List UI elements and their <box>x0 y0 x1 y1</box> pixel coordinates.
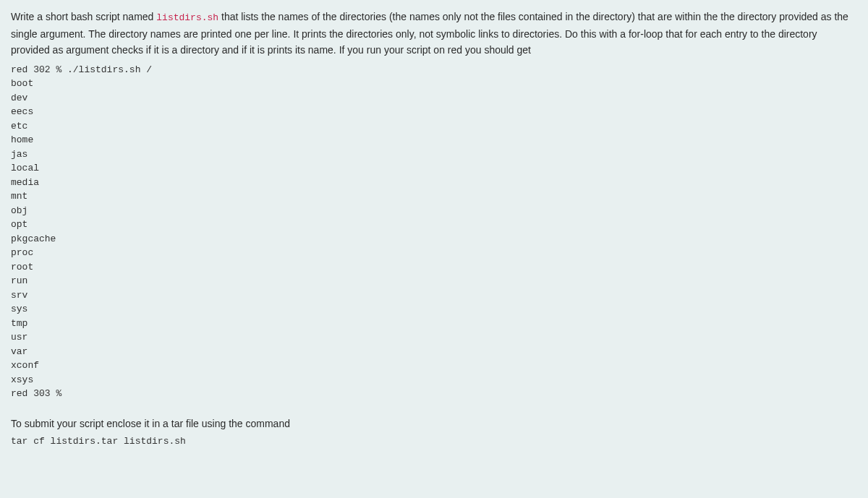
tar-command: tar cf listdirs.tar listdirs.sh <box>11 436 857 447</box>
instruction-text-part1: Write a short bash script named <box>11 11 156 22</box>
problem-instruction: Write a short bash script named listdirs… <box>11 9 857 59</box>
submit-instruction: To submit your script enclose it in a ta… <box>11 416 857 432</box>
script-filename: listdirs.sh <box>156 12 218 23</box>
terminal-output: red 302 % ./listdirs.sh / boot dev eecs … <box>11 63 857 401</box>
